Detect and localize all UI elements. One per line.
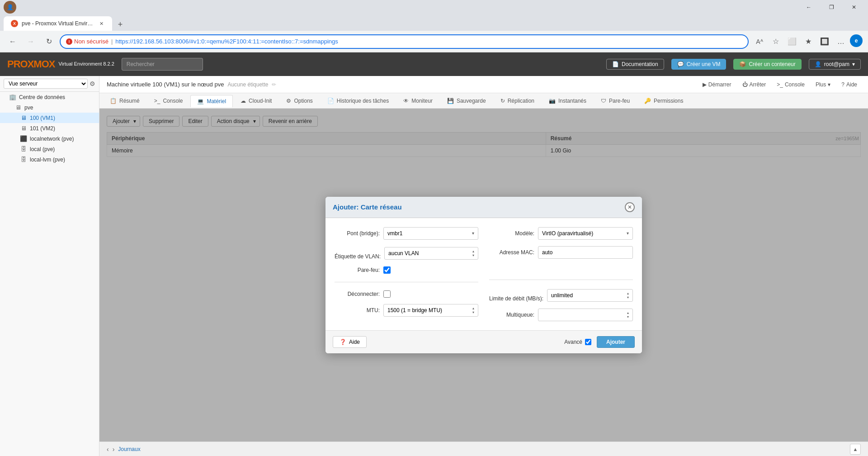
- rate-spinner-arrows[interactable]: ▴ ▾: [627, 291, 629, 299]
- settings-menu-button[interactable]: …: [834, 34, 848, 49]
- separator: [335, 282, 478, 282]
- back-button[interactable]: ←: [5, 34, 20, 49]
- tab-cloud-init[interactable]: ☁ Cloud-Init: [234, 95, 278, 107]
- vlan-label: Étiquette de VLAN:: [335, 246, 381, 260]
- stop-button[interactable]: ⏻ Arrêter: [739, 80, 770, 90]
- scroll-right-button[interactable]: ›: [113, 446, 115, 453]
- scroll-to-top-button[interactable]: ▲: [850, 444, 861, 455]
- sidebar-item-local-lvm[interactable]: 🗄 local-lvm (pve): [0, 154, 99, 165]
- search-input[interactable]: [122, 58, 203, 71]
- forward-button[interactable]: →: [24, 34, 38, 49]
- sidebar-item-datacenter[interactable]: 🏢 Centre de données: [0, 92, 99, 102]
- sidebar-item-localnetwork[interactable]: ⬛ localnetwork (pve): [0, 133, 99, 144]
- tab-resume[interactable]: 📋 Résumé: [103, 95, 146, 107]
- bridge-dropdown-icon: ▾: [472, 231, 474, 236]
- vm101-icon: 🖥: [20, 125, 27, 132]
- refresh-button[interactable]: ↻: [42, 34, 56, 49]
- sidebar-item-vm101[interactable]: 🖥 101 (VM2): [0, 123, 99, 133]
- add-dialog-button[interactable]: Ajouter: [597, 336, 635, 348]
- chevron-down-icon: ▾: [852, 61, 855, 67]
- tab-close-button[interactable]: ✕: [98, 20, 105, 27]
- documentation-button[interactable]: 📄 Documentation: [606, 59, 664, 70]
- tab-moniteur[interactable]: 👁 Moniteur: [396, 95, 439, 107]
- tab-replication[interactable]: ↻ Réplication: [494, 95, 541, 107]
- tab-title: pve - Proxmox Virtual Environme...: [22, 20, 94, 27]
- mtu-value: 1500 (1 = bridge MTU): [387, 307, 442, 314]
- maximize-button[interactable]: ❐: [821, 0, 842, 14]
- start-icon: ▶: [703, 81, 707, 88]
- help-dialog-icon: ❓: [340, 339, 346, 345]
- dialog-close-button[interactable]: ✕: [625, 202, 635, 212]
- tab-options[interactable]: ⚙ Options: [279, 95, 319, 107]
- close-button[interactable]: ✕: [844, 0, 864, 14]
- model-select[interactable]: VirtIO (paravirtualisé) ▾: [538, 227, 633, 240]
- vlan-row: Étiquette de VLAN: aucun VLAN ▴ ▾: [335, 246, 478, 260]
- sidebar-gear-icon[interactable]: ⚙: [90, 80, 95, 87]
- advanced-checkbox[interactable]: [585, 339, 591, 345]
- more-button[interactable]: Plus ▾: [812, 80, 834, 90]
- vlan-spinner[interactable]: aucun VLAN ▴ ▾: [384, 247, 478, 260]
- view-selector[interactable]: Vue serveur: [4, 79, 88, 89]
- bridge-select[interactable]: vmbr1 ▾: [383, 227, 478, 240]
- rate-label: Limite de débit (MB/s):: [489, 288, 543, 302]
- rate-spinner[interactable]: unlimited ▴ ▾: [547, 289, 633, 302]
- right-separator: [489, 280, 633, 280]
- start-button[interactable]: ▶ Démarrer: [699, 80, 735, 90]
- firewall-checkbox[interactable]: [383, 266, 391, 274]
- lvm-icon: 🗄: [20, 156, 27, 163]
- vm-icon: 💬: [677, 61, 684, 67]
- edit-tag-icon[interactable]: ✏: [272, 81, 276, 88]
- new-tab-button[interactable]: +: [114, 18, 127, 31]
- create-container-button[interactable]: 📦 Créer un conteneur: [733, 59, 801, 70]
- vlan-spinner-arrows[interactable]: ▴ ▾: [472, 249, 474, 257]
- multiqueue-spinner-arrows[interactable]: ▴ ▾: [627, 311, 629, 319]
- firewall-row: Pare-feu:: [335, 266, 478, 274]
- mtu-spinner[interactable]: 1500 (1 = bridge MTU) ▴ ▾: [383, 304, 478, 317]
- disconnect-checkbox[interactable]: [383, 290, 391, 298]
- help-button[interactable]: ? Aide: [838, 80, 861, 90]
- tab-sauvegarde[interactable]: 💾 Sauvegarde: [440, 95, 493, 107]
- multiqueue-spinner[interactable]: ▴ ▾: [538, 309, 633, 321]
- minimize-button[interactable]: ←: [798, 0, 819, 14]
- read-mode-button[interactable]: Aᴬ: [752, 34, 767, 49]
- advanced-label: Avancé: [564, 339, 582, 345]
- create-vm-button[interactable]: 💬 Créer une VM: [671, 59, 726, 70]
- datacenter-icon: 🏢: [9, 94, 16, 100]
- tab-materiel[interactable]: 💻 Matériel: [190, 95, 233, 107]
- container-icon: 📦: [739, 61, 746, 67]
- bridge-label: Pont (bridge):: [335, 230, 380, 237]
- edge-profile-button[interactable]: e: [850, 34, 863, 47]
- journaux-label[interactable]: Journaux: [118, 446, 140, 452]
- mac-input[interactable]: [538, 246, 633, 259]
- sidebar-item-pve[interactable]: 🖥 pve: [0, 102, 99, 113]
- tab-instantanes[interactable]: 📷 Instantanés: [542, 95, 593, 107]
- mtu-spinner-arrows[interactable]: ▴ ▾: [472, 306, 474, 314]
- app-version: Virtual Environment 8.2.2: [58, 61, 114, 67]
- favorites-button[interactable]: ☆: [769, 34, 783, 49]
- tab-historique[interactable]: 📄 Historique des tâches: [321, 95, 396, 107]
- collections-button[interactable]: 🔲: [817, 34, 832, 49]
- rate-value: unlimited: [551, 292, 573, 299]
- address-bar[interactable]: ! Non sécurisé | https://192.168.56.103:…: [60, 34, 749, 49]
- split-view-button[interactable]: ⬜: [785, 34, 799, 49]
- user-button[interactable]: 👤 root@pam ▾: [809, 59, 861, 70]
- firewall-icon: 🛡: [601, 98, 606, 104]
- help-dialog-button[interactable]: ❓ Aide: [333, 336, 367, 348]
- dialog-footer: ❓ Aide Avancé Ajouter: [326, 330, 642, 353]
- sidebar-item-local[interactable]: 🗄 local (pve): [0, 144, 99, 154]
- url-text: https://192.168.56.103:8006/#v1:0:=qemu%…: [115, 38, 338, 45]
- sidebar-item-vm100[interactable]: 🖥 100 (VM1): [0, 113, 99, 123]
- tab-permissions[interactable]: 🔑 Permissions: [637, 95, 690, 107]
- scroll-left-button[interactable]: ‹: [107, 446, 109, 453]
- replication-icon: ↻: [500, 98, 505, 104]
- browser-favorites-button[interactable]: ★: [801, 34, 816, 49]
- warning-icon: !: [66, 38, 72, 45]
- disconnect-row: Déconnecter:: [335, 290, 478, 298]
- dialog-title: Ajouter: Carte réseau: [333, 203, 402, 211]
- console-button[interactable]: >_ Console: [773, 80, 808, 90]
- network-icon: ⬛: [20, 135, 27, 142]
- tab-console[interactable]: >_ Console: [147, 95, 190, 107]
- browser-tab[interactable]: X pve - Proxmox Virtual Environme... ✕: [4, 16, 112, 31]
- breadcrumb: Machine virtuelle 100 (VM1) sur le nœud …: [107, 81, 224, 88]
- tab-pare-feu[interactable]: 🛡 Pare-feu: [594, 95, 637, 107]
